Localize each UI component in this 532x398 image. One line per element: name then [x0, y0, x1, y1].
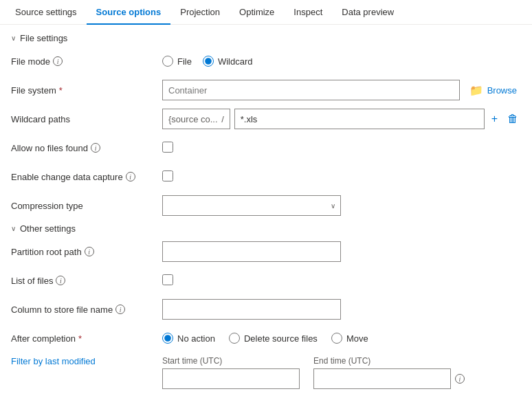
after-completion-no-action[interactable]: No action — [162, 333, 215, 344]
file-mode-file-radio[interactable] — [162, 56, 173, 67]
wildcard-prefix[interactable]: {source co... / — [162, 109, 230, 129]
file-mode-file-option[interactable]: File — [162, 56, 192, 67]
after-completion-no-action-label: No action — [177, 333, 215, 344]
tab-source-settings[interactable]: Source settings — [5, 0, 87, 24]
enable-change-capture-control — [162, 170, 521, 184]
other-settings-label: Other settings — [20, 223, 76, 234]
file-settings-header[interactable]: ∨ File settings — [11, 33, 521, 43]
after-completion-label: After completion * — [11, 333, 162, 344]
file-mode-wildcard-option[interactable]: Wildcard — [203, 56, 253, 67]
tab-bar: Source settingsSource optionsProjectionO… — [0, 0, 532, 25]
enable-change-capture-label: Enable change data capture i — [11, 172, 162, 182]
partition-root-path-input[interactable] — [162, 241, 341, 262]
enable-change-capture-row: Enable change data capture i — [11, 166, 521, 188]
after-completion-delete-radio[interactable] — [229, 333, 240, 344]
column-to-store-input[interactable] — [162, 299, 341, 320]
column-to-store-label: Column to store file name i — [11, 305, 162, 315]
column-to-store-row: Column to store file name i — [11, 298, 521, 320]
filter-info-icon[interactable]: i — [455, 374, 465, 384]
list-of-files-row: List of files i — [11, 269, 521, 291]
file-mode-file-label: File — [177, 56, 192, 67]
file-system-input[interactable] — [162, 80, 460, 100]
compression-type-wrapper: Nonegzipbzip2deflateZipDeflateTarGzipTar… — [162, 195, 341, 216]
file-mode-wildcard-label: Wildcard — [218, 56, 253, 67]
file-mode-control: File Wildcard — [162, 56, 521, 67]
compression-type-row: Compression type Nonegzipbzip2deflateZip… — [11, 195, 521, 217]
filter-by-last-modified-label: Filter by last modified — [11, 356, 162, 369]
file-mode-row: File mode i File Wildcard — [11, 50, 521, 72]
tab-data-preview[interactable]: Data preview — [332, 0, 403, 24]
wildcard-input[interactable] — [234, 109, 485, 129]
end-time-input[interactable] — [313, 368, 451, 389]
partition-root-path-info-icon[interactable]: i — [85, 247, 94, 256]
file-system-label: File system * — [11, 85, 162, 96]
wildcard-paths-label: Wildcard paths — [11, 114, 162, 124]
allow-no-files-checkbox[interactable] — [162, 142, 173, 153]
compression-type-label: Compression type — [11, 201, 162, 211]
file-mode-label: File mode i — [11, 56, 162, 67]
list-of-files-info-icon[interactable]: i — [56, 276, 65, 285]
partition-root-path-control — [162, 241, 521, 262]
after-completion-move-label: Move — [346, 333, 368, 344]
column-to-store-control — [162, 299, 521, 320]
wildcard-paths-control: {source co... / + 🗑 — [162, 109, 521, 129]
after-completion-row: After completion * No action Delete sour… — [11, 327, 521, 349]
allow-no-files-row: Allow no files found i — [11, 137, 521, 159]
start-time-group: Start time (UTC) — [162, 356, 300, 389]
list-of-files-control — [162, 274, 521, 287]
list-of-files-label: List of files i — [11, 276, 162, 286]
browse-button[interactable]: 📁 Browse — [465, 81, 521, 100]
after-completion-move[interactable]: Move — [331, 333, 368, 344]
other-settings-chevron: ∨ — [11, 225, 16, 232]
tab-source-options[interactable]: Source options — [87, 0, 171, 24]
column-to-store-info-icon[interactable]: i — [115, 305, 125, 314]
tab-projection[interactable]: Projection — [170, 0, 230, 24]
file-system-required: * — [59, 85, 63, 96]
after-completion-control: No action Delete source files Move — [162, 333, 521, 344]
wildcard-paths-row: Wildcard paths {source co... / + 🗑 — [11, 108, 521, 130]
filter-by-last-modified-row: Filter by last modified Start time (UTC)… — [11, 356, 521, 389]
allow-no-files-control — [162, 142, 521, 155]
after-completion-delete[interactable]: Delete source files — [229, 333, 318, 344]
enable-change-capture-info-icon[interactable]: i — [126, 172, 135, 181]
start-time-label: Start time (UTC) — [162, 356, 300, 366]
tab-inspect[interactable]: Inspect — [284, 0, 332, 24]
after-completion-move-radio[interactable] — [331, 333, 342, 344]
after-completion-required: * — [78, 333, 82, 344]
file-settings-chevron: ∨ — [11, 34, 16, 42]
end-time-label: End time (UTC) — [313, 356, 370, 366]
file-settings-section: ∨ File settings File mode i File Wildcar… — [11, 33, 521, 217]
other-settings-header[interactable]: ∨ Other settings — [11, 223, 521, 234]
allow-no-files-label: Allow no files found i — [11, 143, 162, 153]
file-settings-label: File settings — [20, 33, 67, 43]
file-mode-wildcard-radio[interactable] — [203, 56, 214, 67]
filter-inputs-container: Start time (UTC) End time (UTC) i — [162, 356, 521, 389]
compression-type-control: Nonegzipbzip2deflateZipDeflateTarGzipTar… — [162, 195, 521, 216]
partition-root-path-row: Partition root path i — [11, 241, 521, 263]
delete-wildcard-button[interactable]: 🗑 — [505, 110, 521, 128]
main-content: ∨ File settings File mode i File Wildcar… — [0, 25, 532, 398]
tab-optimize[interactable]: Optimize — [230, 0, 284, 24]
file-system-control: 📁 Browse — [162, 80, 521, 100]
partition-root-path-label: Partition root path i — [11, 247, 162, 257]
enable-change-capture-checkbox[interactable] — [162, 170, 173, 181]
after-completion-no-action-radio[interactable] — [162, 333, 173, 344]
browse-folder-icon: 📁 — [469, 84, 483, 97]
file-mode-info-icon[interactable]: i — [53, 56, 63, 66]
compression-type-select[interactable]: Nonegzipbzip2deflateZipDeflateTarGzipTar… — [162, 195, 341, 216]
allow-no-files-info-icon[interactable]: i — [91, 143, 100, 153]
list-of-files-checkbox[interactable] — [162, 274, 173, 285]
end-time-group: End time (UTC) i — [313, 356, 465, 389]
after-completion-delete-label: Delete source files — [244, 333, 318, 344]
file-system-row: File system * 📁 Browse — [11, 79, 521, 101]
start-time-input[interactable] — [162, 368, 300, 389]
add-wildcard-button[interactable]: + — [489, 110, 500, 128]
other-settings-section: ∨ Other settings Partition root path i L… — [11, 223, 521, 389]
